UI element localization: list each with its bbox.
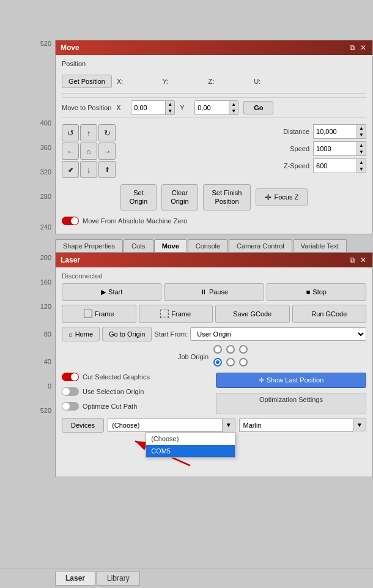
move-panel-content: Position Get Position X: Y: Z: U: — [56, 55, 372, 234]
show-last-position-button[interactable]: ✛ Show Last Position — [216, 373, 366, 388]
tab-cuts[interactable]: Cuts — [124, 239, 153, 252]
ruler-400: 400 — [40, 119, 51, 127]
close-btn[interactable]: ✕ — [359, 43, 367, 52]
bottom-tabs: Laser Library — [0, 568, 373, 588]
start-from-select[interactable]: User Origin Absolute Coords Current Posi… — [190, 327, 366, 341]
y-spin-down[interactable]: ▼ — [229, 108, 238, 114]
set-finish-button[interactable]: Set Finish Position — [203, 184, 251, 210]
jog-rotate-ccw[interactable]: ↺ — [62, 124, 79, 141]
speed-spin-up[interactable]: ▲ — [357, 142, 366, 149]
y-spin-up[interactable]: ▲ — [229, 101, 238, 108]
use-selection-toggle[interactable] — [62, 387, 79, 396]
laser-restore-btn[interactable]: ⧉ — [349, 256, 356, 264]
show-last-position-label: Show Last Position — [267, 376, 324, 384]
device-dropdown-arrow[interactable]: ▼ — [223, 419, 235, 431]
device-dropdown-selected[interactable]: (Choose) — [108, 419, 223, 432]
bottom-tab-laser[interactable]: Laser — [55, 571, 95, 586]
tab-shape-properties[interactable]: Shape Properties — [55, 239, 123, 252]
tab-console[interactable]: Console — [188, 239, 228, 252]
jog-right[interactable]: → — [98, 143, 116, 160]
stop-button[interactable]: ■ Stop — [267, 283, 366, 301]
x-spin-up[interactable]: ▲ — [166, 101, 174, 108]
pause-button[interactable]: ⏸ Pause — [164, 283, 264, 301]
zspeed-spin-down[interactable]: ▼ — [357, 166, 366, 173]
jog-left[interactable]: ← — [62, 143, 79, 160]
device-option-choose[interactable]: (Choose) — [146, 433, 234, 445]
tab-variable-text[interactable]: Variable Text — [293, 239, 347, 252]
marlin-selected[interactable]: Marlin — [239, 419, 354, 432]
device-option-com5[interactable]: COM5 — [146, 445, 234, 457]
x-coord-value — [131, 78, 158, 85]
speed-label: Speed — [273, 145, 309, 152]
jog-home[interactable]: ⌂ — [80, 143, 97, 160]
speed-input[interactable] — [314, 144, 356, 154]
frame-button-1[interactable]: ⬜ Frame — [62, 305, 136, 323]
laser-close-btn[interactable]: ✕ — [359, 256, 367, 264]
start-from-dropdown-group: User Origin Absolute Coords Current Posi… — [190, 327, 366, 341]
disconnected-status: Disconnected — [62, 272, 366, 280]
optimize-cut-toggle[interactable] — [62, 402, 79, 411]
jog-down[interactable]: ↓ — [80, 161, 97, 178]
move-abs-toggle[interactable] — [62, 217, 79, 225]
jog-diag-up[interactable]: ⬆ — [98, 161, 116, 178]
optimization-settings-text[interactable]: Optimization Settings — [216, 393, 366, 414]
tab-variable-label: Variable Text — [301, 242, 339, 250]
tabs-row: Shape Properties Cuts Move Console Camer… — [55, 236, 373, 252]
toggle-knob — [71, 217, 78, 225]
left-ruler: 520 400 360 320 280 240 200 160 120 80 4… — [0, 40, 55, 572]
save-gcode-button[interactable]: Save GCode — [215, 305, 290, 323]
distance-input[interactable] — [314, 127, 356, 136]
clear-origin-button[interactable]: Clear Origin — [161, 184, 198, 210]
job-origin-radio-bc[interactable] — [226, 358, 235, 367]
job-origin-radio-tc[interactable] — [226, 345, 235, 354]
position-row: Position — [62, 60, 366, 70]
cut-selected-toggle[interactable] — [62, 373, 79, 381]
restore-btn[interactable]: ⧉ — [349, 43, 356, 52]
set-finish-line1: Set Finish — [212, 189, 242, 196]
x-coord-label: X: — [117, 78, 127, 85]
y-move-input[interactable] — [195, 103, 229, 113]
ruler-160: 160 — [40, 278, 51, 286]
jog-up[interactable]: ↑ — [80, 124, 97, 141]
set-origin-button[interactable]: Set Origin — [120, 184, 157, 210]
x-spin-down[interactable]: ▼ — [166, 108, 174, 114]
position-label: Position — [62, 60, 86, 67]
tab-cuts-label: Cuts — [131, 242, 146, 250]
home-button[interactable]: ⌂ Home — [62, 327, 100, 341]
speed-row: Speed ▲ ▼ — [128, 141, 366, 156]
jog-diag-down[interactable]: ⬋ — [62, 161, 79, 178]
ruler-520-top: 520 — [40, 40, 51, 47]
marlin-arrow[interactable]: ▼ — [353, 419, 366, 431]
move-to-position-label: Move to Position — [62, 104, 111, 111]
use-selection-row: Use Selection Origin — [62, 387, 212, 396]
job-origin-radio-br[interactable] — [239, 358, 248, 367]
focus-z-button[interactable]: ✛ Focus Z — [256, 188, 308, 206]
crosshair2-icon: ✛ — [259, 376, 264, 384]
go-to-origin-button[interactable]: Go to Origin — [102, 327, 152, 341]
speed-spin-down[interactable]: ▼ — [357, 149, 366, 155]
x-move-input[interactable] — [131, 103, 165, 113]
start-button[interactable]: ▶ Start — [62, 283, 161, 301]
zspeed-input[interactable] — [314, 161, 356, 171]
job-origin-radio-bl[interactable] — [213, 358, 222, 367]
run-gcode-button[interactable]: Run GCode — [292, 305, 367, 323]
devices-button[interactable]: Devices — [62, 418, 104, 433]
jog-rotate-cw[interactable]: ↻ — [98, 124, 116, 141]
ruler-0: 0 — [48, 382, 51, 390]
bottom-tab-library[interactable]: Library — [97, 571, 140, 586]
tab-console-label: Console — [196, 242, 220, 250]
go-button[interactable]: Go — [243, 101, 273, 114]
get-position-button[interactable]: Get Position — [62, 75, 112, 88]
tab-move-label: Move — [162, 242, 179, 250]
frame1-label: Frame — [95, 310, 114, 318]
job-origin-radio-tl[interactable] — [213, 345, 222, 354]
zspeed-spin-up[interactable]: ▲ — [357, 159, 366, 166]
job-origin-radio-tr[interactable] — [239, 345, 248, 354]
x-move-label: X — [116, 104, 126, 111]
optimize-cut-label: Optimize Cut Path — [83, 403, 137, 410]
tab-move[interactable]: Move — [154, 239, 187, 252]
distance-spin-down[interactable]: ▼ — [357, 132, 366, 138]
distance-spin-up[interactable]: ▲ — [357, 125, 366, 132]
frame-button-2[interactable]: ⬜ Frame — [139, 305, 213, 323]
tab-camera-control[interactable]: Camera Control — [229, 239, 292, 252]
